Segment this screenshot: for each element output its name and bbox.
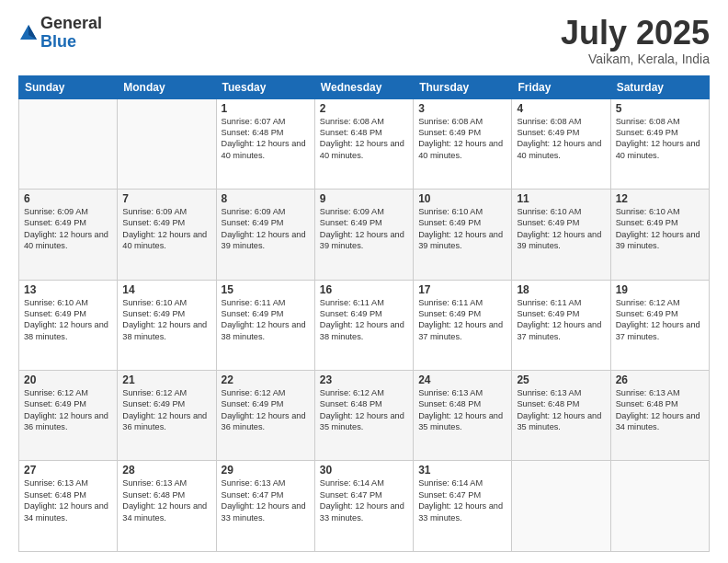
- calendar-cell: [610, 461, 709, 552]
- calendar-cell: 19Sunrise: 6:12 AM Sunset: 6:49 PM Dayli…: [610, 280, 709, 370]
- calendar-cell: 7Sunrise: 6:09 AM Sunset: 6:49 PM Daylig…: [118, 190, 216, 280]
- day-number: 21: [122, 373, 210, 386]
- day-info: Sunrise: 6:08 AM Sunset: 6:48 PM Dayligh…: [320, 116, 408, 162]
- day-number: 2: [320, 102, 408, 115]
- day-number: 22: [222, 373, 310, 386]
- calendar-table: SundayMondayTuesdayWednesdayThursdayFrid…: [18, 75, 710, 552]
- title-section: July 2025 Vaikam, Kerala, India: [561, 15, 710, 66]
- calendar-cell: 16Sunrise: 6:11 AM Sunset: 6:49 PM Dayli…: [314, 280, 413, 370]
- day-info: Sunrise: 6:09 AM Sunset: 6:49 PM Dayligh…: [122, 206, 210, 252]
- calendar-cell: 13Sunrise: 6:10 AM Sunset: 6:49 PM Dayli…: [19, 280, 118, 370]
- day-info: Sunrise: 6:13 AM Sunset: 6:48 PM Dayligh…: [418, 387, 506, 433]
- day-info: Sunrise: 6:09 AM Sunset: 6:49 PM Dayligh…: [320, 206, 408, 252]
- logo-general: General: [40, 15, 102, 33]
- day-number: 1: [222, 102, 310, 115]
- day-info: Sunrise: 6:11 AM Sunset: 6:49 PM Dayligh…: [517, 297, 605, 343]
- calendar-cell: 8Sunrise: 6:09 AM Sunset: 6:49 PM Daylig…: [216, 190, 314, 280]
- calendar-header-row: SundayMondayTuesdayWednesdayThursdayFrid…: [19, 75, 710, 98]
- day-info: Sunrise: 6:11 AM Sunset: 6:49 PM Dayligh…: [222, 297, 310, 343]
- calendar-cell: 14Sunrise: 6:10 AM Sunset: 6:49 PM Dayli…: [118, 280, 216, 370]
- day-number: 24: [418, 373, 506, 386]
- logo-blue: Blue: [40, 33, 102, 52]
- day-number: 20: [24, 373, 112, 386]
- calendar-cell: 12Sunrise: 6:10 AM Sunset: 6:49 PM Dayli…: [610, 190, 709, 280]
- day-info: Sunrise: 6:11 AM Sunset: 6:49 PM Dayligh…: [418, 297, 506, 343]
- day-info: Sunrise: 6:13 AM Sunset: 6:48 PM Dayligh…: [24, 477, 112, 523]
- day-info: Sunrise: 6:10 AM Sunset: 6:49 PM Dayligh…: [517, 206, 605, 252]
- day-info: Sunrise: 6:10 AM Sunset: 6:49 PM Dayligh…: [616, 206, 704, 252]
- day-info: Sunrise: 6:10 AM Sunset: 6:49 PM Dayligh…: [122, 297, 210, 343]
- calendar-cell: 24Sunrise: 6:13 AM Sunset: 6:48 PM Dayli…: [414, 371, 512, 461]
- calendar-week-1: 1Sunrise: 6:07 AM Sunset: 6:48 PM Daylig…: [19, 98, 710, 189]
- calendar-week-4: 20Sunrise: 6:12 AM Sunset: 6:49 PM Dayli…: [19, 371, 710, 461]
- day-number: 5: [616, 102, 704, 115]
- calendar-cell: 9Sunrise: 6:09 AM Sunset: 6:49 PM Daylig…: [314, 190, 413, 280]
- calendar-cell: 15Sunrise: 6:11 AM Sunset: 6:49 PM Dayli…: [216, 280, 314, 370]
- day-number: 11: [517, 192, 605, 205]
- day-info: Sunrise: 6:13 AM Sunset: 6:47 PM Dayligh…: [222, 477, 310, 523]
- calendar-cell: 4Sunrise: 6:08 AM Sunset: 6:49 PM Daylig…: [512, 98, 610, 189]
- calendar-cell: 27Sunrise: 6:13 AM Sunset: 6:48 PM Dayli…: [19, 461, 118, 552]
- day-info: Sunrise: 6:12 AM Sunset: 6:49 PM Dayligh…: [24, 387, 112, 433]
- day-number: 18: [517, 283, 605, 296]
- day-number: 19: [616, 283, 704, 296]
- calendar-week-3: 13Sunrise: 6:10 AM Sunset: 6:49 PM Dayli…: [19, 280, 710, 370]
- logo-text: General Blue: [40, 15, 102, 52]
- calendar-cell: 1Sunrise: 6:07 AM Sunset: 6:48 PM Daylig…: [216, 98, 314, 189]
- day-info: Sunrise: 6:09 AM Sunset: 6:49 PM Dayligh…: [24, 206, 112, 252]
- day-number: 31: [418, 464, 506, 477]
- calendar-header-saturday: Saturday: [610, 75, 709, 98]
- calendar-cell: 5Sunrise: 6:08 AM Sunset: 6:49 PM Daylig…: [610, 98, 709, 189]
- calendar-cell: 20Sunrise: 6:12 AM Sunset: 6:49 PM Dayli…: [19, 371, 118, 461]
- calendar-cell: 3Sunrise: 6:08 AM Sunset: 6:49 PM Daylig…: [414, 98, 512, 189]
- calendar-cell: 26Sunrise: 6:13 AM Sunset: 6:48 PM Dayli…: [610, 371, 709, 461]
- day-number: 15: [222, 283, 310, 296]
- calendar-cell: 31Sunrise: 6:14 AM Sunset: 6:47 PM Dayli…: [414, 461, 512, 552]
- calendar-header-thursday: Thursday: [414, 75, 512, 98]
- day-info: Sunrise: 6:08 AM Sunset: 6:49 PM Dayligh…: [616, 116, 704, 162]
- calendar-cell: [118, 98, 216, 189]
- calendar-week-2: 6Sunrise: 6:09 AM Sunset: 6:49 PM Daylig…: [19, 190, 710, 280]
- calendar-cell: 10Sunrise: 6:10 AM Sunset: 6:49 PM Dayli…: [414, 190, 512, 280]
- calendar-cell: 30Sunrise: 6:14 AM Sunset: 6:47 PM Dayli…: [314, 461, 413, 552]
- calendar-header-monday: Monday: [118, 75, 216, 98]
- day-number: 23: [320, 373, 408, 386]
- logo: General Blue: [18, 15, 102, 52]
- calendar-cell: 25Sunrise: 6:13 AM Sunset: 6:48 PM Dayli…: [512, 371, 610, 461]
- day-info: Sunrise: 6:08 AM Sunset: 6:49 PM Dayligh…: [517, 116, 605, 162]
- day-number: 4: [517, 102, 605, 115]
- day-info: Sunrise: 6:12 AM Sunset: 6:49 PM Dayligh…: [122, 387, 210, 433]
- day-number: 29: [222, 464, 310, 477]
- day-info: Sunrise: 6:12 AM Sunset: 6:48 PM Dayligh…: [320, 387, 408, 433]
- day-number: 27: [24, 464, 112, 477]
- logo-icon: [18, 23, 39, 43]
- day-number: 16: [320, 283, 408, 296]
- day-info: Sunrise: 6:12 AM Sunset: 6:49 PM Dayligh…: [616, 297, 704, 343]
- day-info: Sunrise: 6:09 AM Sunset: 6:49 PM Dayligh…: [222, 206, 310, 252]
- calendar-cell: 17Sunrise: 6:11 AM Sunset: 6:49 PM Dayli…: [414, 280, 512, 370]
- month-title: July 2025: [561, 15, 710, 52]
- calendar-cell: 18Sunrise: 6:11 AM Sunset: 6:49 PM Dayli…: [512, 280, 610, 370]
- calendar-cell: 6Sunrise: 6:09 AM Sunset: 6:49 PM Daylig…: [19, 190, 118, 280]
- day-number: 12: [616, 192, 704, 205]
- day-number: 26: [616, 373, 704, 386]
- calendar-week-5: 27Sunrise: 6:13 AM Sunset: 6:48 PM Dayli…: [19, 461, 710, 552]
- day-number: 10: [418, 192, 506, 205]
- header: General Blue July 2025 Vaikam, Kerala, I…: [18, 15, 710, 66]
- day-info: Sunrise: 6:10 AM Sunset: 6:49 PM Dayligh…: [24, 297, 112, 343]
- day-number: 30: [320, 464, 408, 477]
- page: General Blue July 2025 Vaikam, Kerala, I…: [0, 0, 728, 563]
- day-number: 3: [418, 102, 506, 115]
- calendar-header-friday: Friday: [512, 75, 610, 98]
- day-info: Sunrise: 6:08 AM Sunset: 6:49 PM Dayligh…: [418, 116, 506, 162]
- day-info: Sunrise: 6:14 AM Sunset: 6:47 PM Dayligh…: [320, 477, 408, 523]
- calendar-cell: [512, 461, 610, 552]
- calendar-header-sunday: Sunday: [19, 75, 118, 98]
- calendar-cell: [19, 98, 118, 189]
- day-number: 17: [418, 283, 506, 296]
- day-info: Sunrise: 6:10 AM Sunset: 6:49 PM Dayligh…: [418, 206, 506, 252]
- day-info: Sunrise: 6:13 AM Sunset: 6:48 PM Dayligh…: [122, 477, 210, 523]
- calendar-cell: 28Sunrise: 6:13 AM Sunset: 6:48 PM Dayli…: [118, 461, 216, 552]
- day-number: 13: [24, 283, 112, 296]
- day-info: Sunrise: 6:12 AM Sunset: 6:49 PM Dayligh…: [222, 387, 310, 433]
